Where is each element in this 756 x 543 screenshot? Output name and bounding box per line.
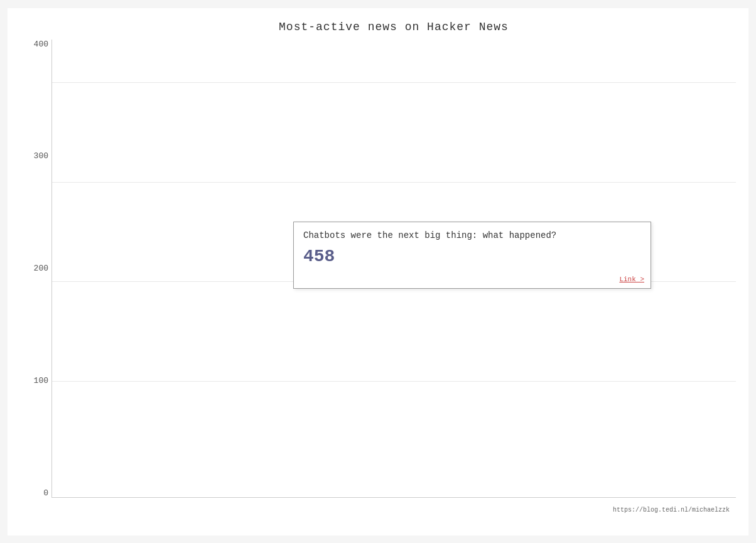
- tooltip-title: Chatbots were the next big thing: what h…: [303, 230, 641, 242]
- y-axis-label: 0: [20, 488, 48, 498]
- tooltip-link[interactable]: Link >: [619, 276, 644, 283]
- y-axis-label: 100: [20, 376, 48, 385]
- grid-line: [52, 182, 736, 183]
- chart-container: Most-active news on Hacker News 01002003…: [8, 8, 748, 535]
- chart-title: Most-active news on Hacker News: [51, 21, 736, 33]
- y-axis-label: 400: [20, 40, 48, 49]
- tooltip-value: 458: [303, 247, 641, 266]
- y-axis-label: 200: [20, 264, 48, 273]
- y-axis: 0100200300400: [20, 40, 48, 498]
- url-bar: https://blog.tedi.nl/michaelzzk: [613, 507, 730, 513]
- grid-line: [52, 381, 736, 382]
- y-axis-label: 300: [20, 151, 48, 161]
- chart-area: 0100200300400 Chatbots were the next big…: [51, 40, 736, 517]
- grid-line: [52, 82, 736, 83]
- tooltip: Chatbots were the next big thing: what h…: [293, 222, 651, 289]
